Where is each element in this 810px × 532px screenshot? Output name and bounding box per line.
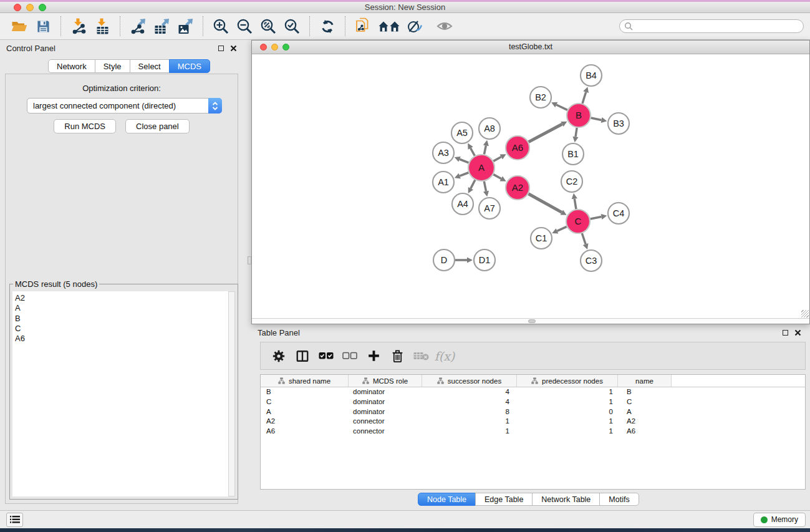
- graph-edge[interactable]: [557, 226, 566, 231]
- graph-node-A7[interactable]: A7: [479, 198, 500, 219]
- graph-node-C2[interactable]: C2: [561, 171, 582, 192]
- export-network-button[interactable]: [128, 16, 148, 37]
- graph-node-A5[interactable]: A5: [451, 122, 473, 143]
- home-button[interactable]: [377, 16, 402, 37]
- table-cell[interactable]: 1: [517, 397, 618, 407]
- table-cell[interactable]: B: [618, 387, 672, 397]
- minimize-window-button[interactable]: [271, 44, 278, 51]
- column-header[interactable]: shared name: [261, 375, 349, 387]
- graph-node-B[interactable]: B: [567, 104, 591, 127]
- close-panel-button[interactable]: Close panel: [125, 119, 190, 133]
- network-canvas[interactable]: AA1A2A3A4A5A6A7A8BB1B2B3B4CC1C2C3C4DD1: [252, 54, 809, 319]
- graph-edge[interactable]: [529, 124, 562, 142]
- table-cell[interactable]: A6: [261, 427, 349, 437]
- graph-node-A1[interactable]: A1: [433, 172, 454, 193]
- table-cell[interactable]: A6: [618, 427, 672, 437]
- table-row[interactable]: A2connector11A2: [261, 417, 805, 427]
- table-row[interactable]: Cdominator41C: [261, 397, 805, 407]
- export-image-button[interactable]: [175, 16, 195, 37]
- table-cell[interactable]: 1: [422, 417, 517, 427]
- table-cell[interactable]: 1: [422, 427, 517, 437]
- table-cell[interactable]: 4: [422, 387, 517, 397]
- table-row[interactable]: A6connector11A6: [261, 427, 805, 437]
- float-panel-icon[interactable]: [783, 330, 788, 336]
- network-from-selection-button[interactable]: [353, 16, 373, 37]
- show-view-button[interactable]: [435, 16, 455, 37]
- graph-node-D[interactable]: D: [433, 249, 455, 271]
- table-row[interactable]: Bdominator41B: [261, 387, 805, 397]
- column-header[interactable]: name: [618, 375, 672, 387]
- tab-network[interactable]: Network: [48, 59, 95, 73]
- delete-button[interactable]: [385, 345, 409, 367]
- deselect-all-button[interactable]: [338, 345, 362, 367]
- result-scrollbar[interactable]: [228, 291, 235, 496]
- table-cell[interactable]: B: [261, 387, 349, 397]
- zoom-fit-button[interactable]: [258, 16, 278, 37]
- tab-select[interactable]: Select: [130, 59, 170, 73]
- column-header[interactable]: MCDS role: [349, 375, 422, 387]
- graph-node-A8[interactable]: A8: [479, 118, 500, 139]
- tab-network-table[interactable]: Network Table: [532, 493, 600, 506]
- close-panel-icon[interactable]: [794, 329, 801, 336]
- table-cell[interactable]: C: [261, 397, 349, 407]
- table-cell[interactable]: A: [618, 407, 672, 417]
- graph-edge[interactable]: [574, 199, 576, 210]
- graph-edge[interactable]: [484, 145, 486, 154]
- network-window-titlebar[interactable]: testGlobe.txt: [252, 41, 809, 54]
- open-session-button[interactable]: [9, 16, 29, 37]
- zoom-in-button[interactable]: [211, 16, 231, 37]
- graph-edge[interactable]: [493, 175, 501, 179]
- mcds-result-list[interactable]: A2ABCA6: [12, 291, 228, 496]
- close-window-button[interactable]: [14, 4, 21, 11]
- column-browser-button[interactable]: [291, 345, 314, 367]
- column-header[interactable]: predecessor nodes: [517, 375, 618, 387]
- select-all-button[interactable]: [314, 345, 338, 367]
- graph-edge[interactable]: [471, 148, 475, 155]
- tab-motifs[interactable]: Motifs: [599, 493, 639, 506]
- zoom-window-button[interactable]: [39, 4, 46, 11]
- graph-node-B3[interactable]: B3: [608, 113, 629, 134]
- graph-node-B2[interactable]: B2: [530, 87, 551, 108]
- graph-edge[interactable]: [591, 216, 602, 219]
- mcds-result-item[interactable]: B: [15, 314, 228, 324]
- add-button[interactable]: [362, 345, 385, 367]
- graph-node-B1[interactable]: B1: [562, 143, 584, 165]
- table-cell[interactable]: 1: [517, 387, 618, 397]
- resize-grip[interactable]: [801, 310, 809, 317]
- hide-labels-button[interactable]: [405, 16, 425, 37]
- graph-node-C1[interactable]: C1: [531, 228, 552, 249]
- import-network-button[interactable]: [69, 16, 89, 37]
- memory-button[interactable]: Memory: [753, 513, 806, 527]
- export-table-button[interactable]: [152, 16, 171, 37]
- graph-edge[interactable]: [528, 194, 561, 213]
- tab-mcds[interactable]: MCDS: [169, 59, 210, 73]
- graph-node-A6[interactable]: A6: [506, 136, 529, 160]
- tab-style[interactable]: Style: [95, 59, 130, 73]
- graph-node-A2[interactable]: A2: [506, 176, 529, 200]
- graph-edge[interactable]: [460, 173, 468, 176]
- criterion-dropdown[interactable]: largest connected component (directed): [27, 98, 222, 114]
- graph-edge[interactable]: [471, 180, 475, 189]
- graph-edge[interactable]: [591, 118, 602, 120]
- graph-node-C3[interactable]: C3: [581, 250, 602, 271]
- table-cell[interactable]: connector: [349, 417, 422, 427]
- table-cell[interactable]: 1: [517, 417, 618, 427]
- vertical-scrollbar-thumb[interactable]: [248, 256, 251, 264]
- table-cell[interactable]: 0: [517, 407, 618, 417]
- graph-edge[interactable]: [576, 128, 577, 137]
- horizontal-scrollbar[interactable]: [252, 318, 809, 324]
- delete-column-button[interactable]: [409, 345, 433, 367]
- close-window-button[interactable]: [260, 44, 267, 51]
- graph-node-A4[interactable]: A4: [452, 193, 473, 215]
- graph-node-C[interactable]: C: [566, 210, 590, 233]
- graph-edge[interactable]: [493, 157, 501, 161]
- save-session-button[interactable]: [33, 16, 53, 37]
- tab-node-table[interactable]: Node Table: [418, 493, 476, 506]
- show-panels-button[interactable]: [6, 513, 23, 527]
- table-cell[interactable]: A: [261, 407, 349, 417]
- function-builder-button[interactable]: f(x): [433, 345, 456, 367]
- table-cell[interactable]: A2: [618, 417, 672, 427]
- settings-button[interactable]: [267, 345, 291, 367]
- refresh-button[interactable]: [317, 16, 337, 37]
- zoom-out-button[interactable]: [234, 16, 254, 37]
